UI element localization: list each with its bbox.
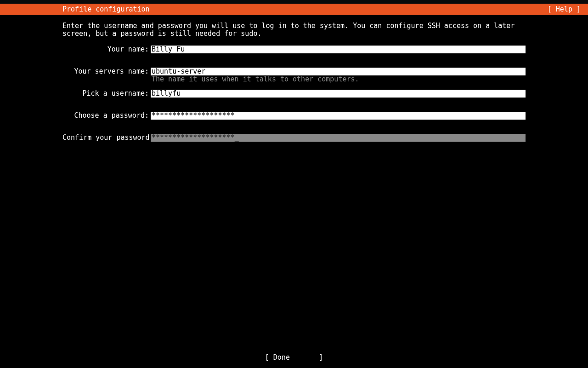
instruction-text: Enter the username and password you will…	[62, 22, 526, 38]
page-title: Profile configuration	[62, 5, 150, 13]
username-label: Pick a username:	[62, 90, 151, 98]
your-name-label: Your name:	[62, 46, 151, 53]
confirm-password-label: Confirm your password:	[62, 134, 151, 142]
password-label: Choose a password:	[62, 112, 151, 120]
text-cursor: _	[235, 134, 239, 142]
server-name-hint: The name it uses when it talks to other …	[151, 75, 526, 83]
done-button[interactable]: [ Done ]	[265, 353, 323, 362]
username-input[interactable]: billyfu	[151, 90, 526, 98]
your-name-input[interactable]: Billy Fu	[151, 46, 526, 53]
help-button[interactable]: [ Help ]	[548, 5, 581, 13]
password-input[interactable]: ********************	[151, 112, 526, 120]
header-bar: Profile configuration [ Help ]	[0, 4, 588, 15]
confirm-password-input[interactable]: ********************_	[151, 134, 526, 142]
server-name-label: Your servers name:	[62, 68, 151, 75]
server-name-input[interactable]: ubuntu-server	[151, 68, 526, 75]
